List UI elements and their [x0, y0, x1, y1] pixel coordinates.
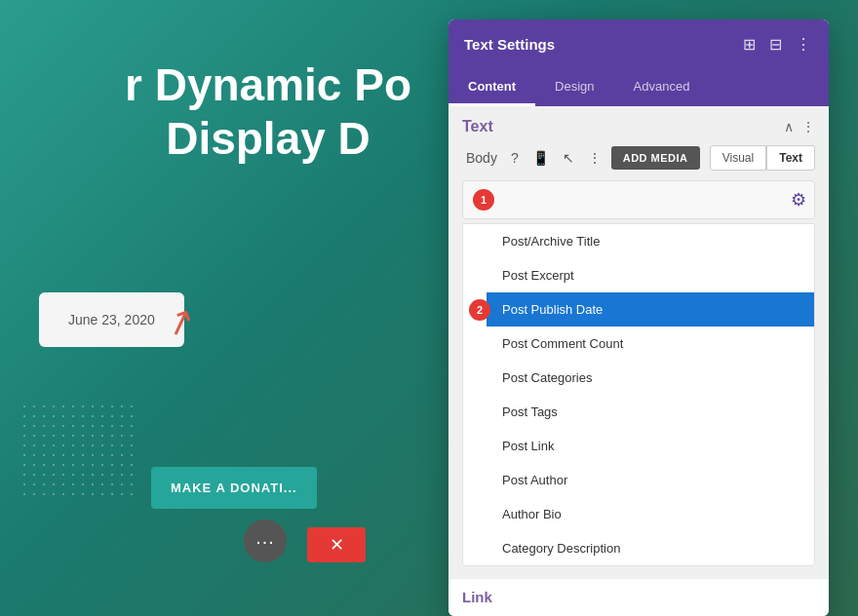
dropdown-item-4[interactable]: Post Categories: [487, 361, 814, 395]
dynamic-field-icon[interactable]: ⚙: [791, 189, 806, 211]
add-media-button[interactable]: ADD MEDIA: [611, 146, 700, 170]
tab-design[interactable]: Design: [535, 69, 613, 106]
panel-body: Text ∧ ⋮ Body ? 📱 ↖ ⋮ ADD MEDIA Visual T…: [448, 106, 829, 578]
toolbar-more-icon[interactable]: ⋮: [584, 148, 605, 168]
dropdown-item-2[interactable]: 2 Post Publish Date: [487, 292, 814, 327]
tab-advanced[interactable]: Advanced: [614, 69, 710, 106]
dot-pattern: [20, 402, 136, 499]
tab-content[interactable]: Content: [448, 69, 535, 106]
dropdown-item-1[interactable]: Post Excerpt: [487, 258, 814, 292]
section-header: Text ∧ ⋮: [462, 118, 815, 135]
donate-button[interactable]: MAKE A DONATI...: [151, 467, 317, 509]
dropdown-item-9[interactable]: Category Description: [487, 531, 814, 565]
dropdown-item-3[interactable]: Post Comment Count: [487, 327, 814, 361]
more-icon[interactable]: ⋮: [794, 33, 813, 56]
panel-tabs: Content Design Advanced: [448, 69, 829, 106]
dropdown-item-6[interactable]: Post Link: [487, 429, 814, 463]
date-card: June 23, 2020: [39, 292, 184, 347]
visual-button[interactable]: Visual: [710, 145, 766, 171]
panel-header-icons: ⊞ ⊟ ⋮: [741, 33, 813, 56]
panel-header: Text Settings ⊞ ⊟ ⋮: [448, 19, 829, 69]
help-icon[interactable]: ?: [507, 148, 523, 168]
dynamic-area: 1 ⚙: [462, 180, 815, 219]
link-label: Link: [462, 589, 492, 605]
mobile-icon[interactable]: 📱: [528, 148, 553, 168]
text-settings-panel: Text Settings ⊞ ⊟ ⋮ Content Design Advan…: [448, 19, 829, 616]
toolbar-row: Body ? 📱 ↖ ⋮ ADD MEDIA Visual Text: [462, 145, 815, 171]
view-toggle: Visual Text: [710, 145, 815, 171]
badge-2: 2: [469, 299, 490, 321]
link-section: Link: [448, 578, 829, 616]
panel-title: Text Settings: [464, 36, 555, 53]
dropdown-wrapper: Post/Archive Title Post Excerpt 2 Post P…: [463, 224, 814, 565]
section-more-icon[interactable]: ⋮: [801, 119, 815, 135]
badge-1: 1: [473, 189, 494, 211]
text-button[interactable]: Text: [766, 145, 815, 171]
columns-icon[interactable]: ⊟: [767, 33, 784, 56]
body-label: Body: [462, 148, 501, 168]
delete-button[interactable]: ✕: [307, 527, 366, 562]
collapse-icon[interactable]: ∧: [784, 119, 794, 135]
dropdown-menu: Post/Archive Title Post Excerpt 2 Post P…: [462, 223, 815, 566]
cursor-icon[interactable]: ↖: [559, 148, 578, 168]
dropdown-item-0[interactable]: Post/Archive Title: [487, 224, 814, 258]
dropdown-item-8[interactable]: Author Bio: [487, 497, 814, 531]
dropdown-item-5[interactable]: Post Tags: [487, 395, 814, 429]
section-title: Text: [462, 118, 493, 135]
three-dots-button[interactable]: ···: [244, 520, 287, 562]
date-text: June 23, 2020: [68, 312, 155, 327]
expand-icon[interactable]: ⊞: [741, 33, 758, 56]
section-header-icons: ∧ ⋮: [784, 119, 815, 135]
dropdown-item-7[interactable]: Post Author: [487, 463, 814, 497]
